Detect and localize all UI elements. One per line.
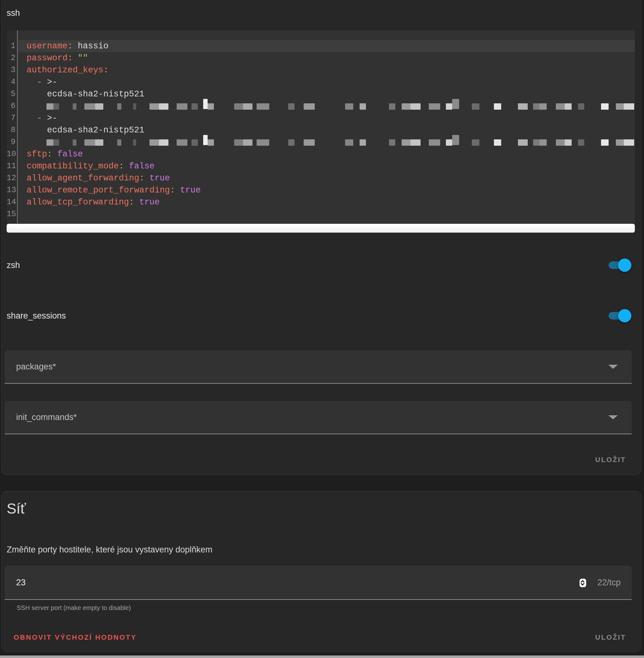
- line-number: 3: [7, 64, 17, 76]
- init-commands-select[interactable]: init_commands*: [5, 401, 632, 434]
- code-line: ecdsa-sha2-nistp521: [18, 124, 635, 136]
- redacted-block: [191, 139, 198, 146]
- redacted-block: [494, 139, 501, 146]
- code-line: password: "": [18, 52, 635, 64]
- redacted-block: [556, 139, 565, 146]
- line-number: 11: [7, 160, 17, 172]
- redacted-block: [411, 139, 420, 146]
- line-number: 5: [7, 88, 17, 100]
- redacted-block: [243, 103, 252, 110]
- code-line: sftp: false: [18, 148, 635, 160]
- redacted-block: [401, 103, 411, 110]
- container-port-suffix: 22/tcp: [597, 566, 621, 599]
- init-commands-select-label: init_commands*: [16, 412, 77, 422]
- redacted-block: [533, 139, 539, 146]
- network-section-title: Síť: [7, 500, 26, 517]
- redacted-block: [150, 103, 159, 110]
- redacted-block: [177, 139, 187, 146]
- redacted-block: [208, 139, 214, 146]
- network-section-description: Změňte porty hostitele, které jsou vysta…: [7, 545, 212, 555]
- redacted-block: [446, 103, 452, 110]
- line-number: 7: [7, 112, 17, 124]
- ssh-option-label: ssh: [7, 8, 20, 18]
- save-network-button[interactable]: ULOŽIT: [590, 630, 631, 645]
- redacted-block: [73, 139, 76, 146]
- redacted-block: [539, 139, 547, 146]
- reset-defaults-button[interactable]: OBNOVIT VÝCHOZÍ HODNOTY: [8, 630, 142, 645]
- redacted-block: [234, 139, 243, 146]
- packages-select-label: packages*: [16, 362, 56, 372]
- code-line: - >-: [18, 76, 635, 88]
- redacted-block: [117, 103, 121, 110]
- yaml-editor[interactable]: 123456789101112131415 username: hassiopa…: [7, 30, 635, 223]
- redacted-block: [518, 103, 528, 110]
- number-stepper-icon[interactable]: [579, 579, 586, 587]
- redacted-block: [46, 139, 53, 146]
- redacted-block: [243, 139, 252, 146]
- redacted-block: [84, 103, 95, 110]
- redacted-block: [539, 103, 547, 110]
- redacted-block: [411, 103, 420, 110]
- redacted-key-line: [18, 100, 635, 112]
- code-line: allow_remote_port_forwarding: true: [18, 184, 635, 196]
- redacted-block: [288, 103, 295, 110]
- redacted-block: [345, 139, 353, 146]
- redacted-block: [389, 103, 395, 110]
- save-config-button[interactable]: ULOŽIT: [590, 452, 631, 468]
- redacted-block: [601, 103, 608, 110]
- share-sessions-option-label: share_sessions: [7, 310, 66, 322]
- redacted-block: [133, 139, 136, 146]
- line-number: 12: [7, 172, 17, 184]
- code-line: compatibility_mode: false: [18, 160, 635, 172]
- ssh-port-input[interactable]: [16, 566, 490, 599]
- packages-select[interactable]: packages*: [5, 350, 632, 384]
- redacted-block: [429, 103, 440, 110]
- redacted-block: [578, 103, 584, 110]
- redacted-block: [565, 103, 572, 110]
- redacted-block: [401, 139, 411, 146]
- redacted-block: [624, 139, 634, 146]
- redacted-block: [389, 139, 395, 146]
- line-number: 9: [7, 136, 17, 148]
- code-line: ecdsa-sha2-nistp521: [18, 88, 635, 100]
- redacted-block: [360, 139, 366, 146]
- redacted-block: [84, 139, 95, 146]
- redacted-block: [429, 139, 440, 146]
- ssh-port-field: 22/tcp: [5, 566, 632, 600]
- redacted-block: [159, 103, 168, 110]
- redacted-block: [117, 139, 121, 146]
- redacted-block: [616, 139, 624, 146]
- line-number: 6: [7, 100, 17, 112]
- next-card-edge: [0, 656, 644, 658]
- editor-code-area[interactable]: username: hassiopassword: ""authorized_k…: [18, 30, 635, 223]
- redacted-block: [452, 135, 459, 145]
- redacted-block: [288, 139, 295, 146]
- redacted-block: [472, 139, 479, 146]
- ssh-port-helper-text: SSH server port (make empty to disable): [17, 604, 131, 612]
- redacted-block: [304, 139, 315, 146]
- addon-configuration-page: ssh 123456789101112131415 username: hass…: [0, 0, 644, 658]
- redacted-block: [601, 139, 608, 146]
- line-number: 2: [7, 52, 17, 64]
- chevron-down-icon: [608, 365, 618, 369]
- share-sessions-toggle-thumb: [618, 309, 631, 322]
- line-number: 1: [7, 40, 17, 52]
- editor-horizontal-scrollbar[interactable]: [7, 224, 635, 233]
- line-number: 8: [7, 124, 17, 136]
- redacted-block: [53, 139, 59, 146]
- redacted-block: [578, 139, 584, 146]
- redacted-block: [133, 103, 136, 110]
- redacted-block: [95, 103, 103, 110]
- editor-line-number-gutter: 123456789101112131415: [7, 30, 18, 223]
- redacted-block: [360, 103, 366, 110]
- redacted-block: [345, 103, 353, 110]
- redacted-block: [533, 103, 539, 110]
- redacted-block: [518, 139, 528, 146]
- redacted-block: [616, 103, 624, 110]
- line-number: 4: [7, 76, 17, 88]
- redacted-block: [53, 103, 59, 110]
- redacted-block: [257, 139, 269, 146]
- redacted-block: [159, 139, 168, 146]
- chevron-down-icon: [608, 415, 618, 419]
- code-line: allow_agent_forwarding: true: [18, 172, 635, 184]
